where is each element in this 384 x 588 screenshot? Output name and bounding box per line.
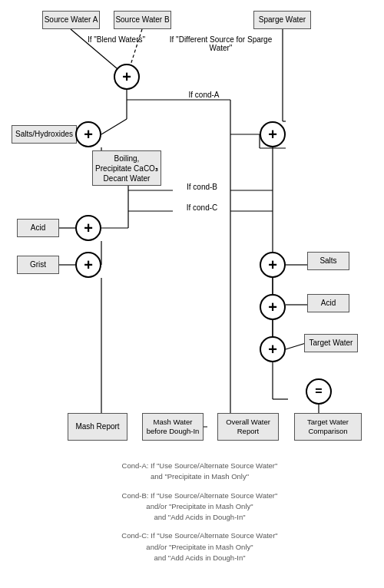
right-plus3-circle: + xyxy=(260,336,286,362)
blend-waters-label: If "Blend Waters" xyxy=(80,35,153,44)
blend-plus-circle: + xyxy=(114,64,140,90)
right-plus2-circle: + xyxy=(260,294,286,320)
target-water-comparison-box: Target Water Comparison xyxy=(294,413,362,441)
sparge-right-plus-circle: + xyxy=(260,121,286,147)
svg-line-4 xyxy=(101,119,127,134)
notes-section: Cond-A: If "Use Source/Alternate Source … xyxy=(0,453,384,579)
target-water-box: Target Water xyxy=(304,334,358,352)
salts-right-box: Salts xyxy=(307,252,349,270)
note-1: Cond-A: If "Use Source/Alternate Source … xyxy=(46,461,353,483)
acid-right-box: Acid xyxy=(307,294,349,312)
salts-hydroxides-box: Salts/Hydroxides xyxy=(12,125,77,144)
note-3: Cond-C: If "Use Source/Alternate Source … xyxy=(46,530,353,563)
mash-report-box: Mash Report xyxy=(68,413,127,441)
overall-water-box: Overall Water Report xyxy=(217,413,279,441)
salts-plus-circle: + xyxy=(75,121,101,147)
sparge-water-box: Sparge Water xyxy=(253,11,311,29)
source-water-b-box: Source Water B xyxy=(114,11,171,29)
grist-box: Grist xyxy=(17,256,59,274)
flow-diagram: Source Water A Source Water B Sparge Wat… xyxy=(0,0,384,453)
note-2: Cond-B: If "Use Source/Alternate Source … xyxy=(46,491,353,524)
acid-box: Acid xyxy=(17,219,59,237)
svg-line-31 xyxy=(286,343,306,349)
cond-b-label: If cond-B xyxy=(175,183,229,191)
bottom-equals-circle: = xyxy=(306,378,332,405)
source-water-a-box: Source Water A xyxy=(42,11,100,29)
grist-plus-circle: + xyxy=(75,252,101,278)
cond-c-label: If cond-C xyxy=(175,203,229,212)
diff-source-label: If "Different Source for Sparge Water" xyxy=(157,35,284,52)
mash-water-box: Mash Water before Dough-In xyxy=(142,413,204,441)
boiling-box: Boiling, Precipitate CaCO₃ Decant Water xyxy=(92,150,161,186)
cond-a-label: If cond-A xyxy=(175,91,233,99)
right-plus1-circle: + xyxy=(260,252,286,278)
acid-plus-circle: + xyxy=(75,215,101,241)
